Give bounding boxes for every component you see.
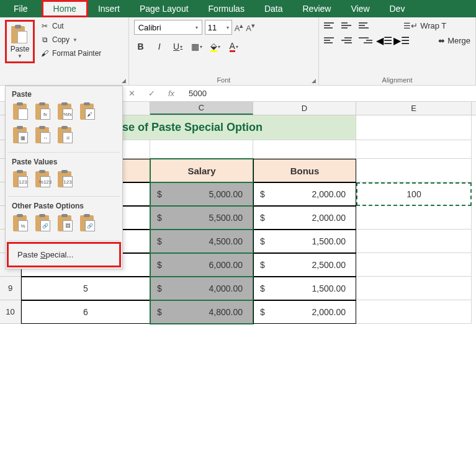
table-row: 106$4,800.00$2,000.00 xyxy=(0,300,476,324)
copied-cell[interactable]: 100 xyxy=(356,182,472,206)
chevron-down-icon[interactable]: ▼ xyxy=(17,53,22,59)
font-group-label: Font xyxy=(134,75,313,84)
tab-view[interactable]: View xyxy=(341,0,379,17)
paintbrush-icon: 🖌 xyxy=(40,48,50,58)
paste-option-transpose[interactable]: ⤭ xyxy=(56,126,75,146)
chevron-down-icon: ▾ xyxy=(227,25,229,30)
align-left-button[interactable] xyxy=(324,35,338,46)
tab-insert[interactable]: Insert xyxy=(88,0,130,17)
format-painter-button[interactable]: 🖌 Format Painter xyxy=(37,47,104,60)
colheader-e[interactable]: E xyxy=(356,102,472,115)
cell-empty[interactable] xyxy=(356,253,472,277)
cell-salary[interactable]: $4,800.00 xyxy=(150,300,253,324)
rowheader[interactable]: 10 xyxy=(0,300,21,324)
font-size-value: 11 xyxy=(208,23,217,32)
cell-employee-id[interactable]: 6 xyxy=(21,300,150,324)
paste-option-formulas-formatting[interactable]: %fx xyxy=(56,102,75,122)
fx-icon[interactable]: fx xyxy=(161,89,181,98)
merge-button[interactable]: ⬌ Merge xyxy=(438,36,470,45)
paste-formatting-option[interactable]: % xyxy=(12,214,30,234)
font-color-button[interactable]: A▾ xyxy=(227,40,241,53)
paste-menu-heading: Paste xyxy=(6,86,122,101)
tab-page-layout[interactable]: Page Layout xyxy=(130,0,199,17)
paste-option-formulas[interactable]: fx xyxy=(34,102,53,122)
fill-color-button[interactable]: ⬙▾ xyxy=(209,40,222,53)
align-bottom-button[interactable] xyxy=(359,20,372,31)
wrap-label: Wrap T xyxy=(420,21,446,30)
copy-button[interactable]: ⧉ Copy ▼ xyxy=(37,33,104,46)
cell-empty[interactable] xyxy=(356,300,472,324)
cut-button[interactable]: ✂ Cut xyxy=(37,20,104,32)
increase-font-icon[interactable]: A▴ xyxy=(235,22,244,33)
bold-button[interactable]: B xyxy=(134,40,148,53)
decrease-indent-button[interactable]: ◀☰ xyxy=(376,35,390,46)
tab-file[interactable]: File xyxy=(0,0,42,17)
paste-label: Paste xyxy=(11,45,30,53)
paste-picture-option[interactable]: 🖼 xyxy=(56,214,75,234)
cell-empty[interactable] xyxy=(356,230,472,253)
wrap-text-button[interactable]: ☰↵ Wrap T xyxy=(403,21,446,30)
cell-salary[interactable]: $4,000.00 xyxy=(150,277,253,300)
align-middle-button[interactable] xyxy=(341,20,355,31)
rowheader[interactable]: 9 xyxy=(0,277,21,300)
chevron-down-icon: ▾ xyxy=(195,25,198,30)
ribbon-tabs: File Home Insert Page Layout Formulas Da… xyxy=(0,0,476,17)
dialog-launcher-icon[interactable]: ◢ xyxy=(312,78,316,84)
cell-salary[interactable]: $5,500.00 xyxy=(150,206,253,230)
cell-bonus[interactable]: $1,500.00 xyxy=(253,230,356,253)
cell-empty[interactable] xyxy=(356,277,472,300)
font-name-select[interactable]: Calibri ▾ xyxy=(134,20,202,35)
ribbon: Paste ▼ ✂ Cut ⧉ Copy ▼ 🖌 Format Painter xyxy=(0,17,476,86)
header-bonus: Bonus xyxy=(253,159,356,182)
paste-option-no-borders[interactable]: ▦ xyxy=(12,126,30,146)
tab-review[interactable]: Review xyxy=(293,0,341,17)
cell-empty[interactable] xyxy=(356,206,472,230)
increase-indent-button[interactable]: ▶☰ xyxy=(393,35,407,46)
paste-option-column-widths[interactable]: ↔ xyxy=(34,126,53,146)
paste-values-number-formatting[interactable]: %123 xyxy=(34,170,53,190)
cell-bonus[interactable]: $2,000.00 xyxy=(253,182,356,206)
paste-special-menu-item[interactable]: Paste Special... xyxy=(7,242,121,267)
wrap-icon: ☰↵ xyxy=(403,21,418,30)
decrease-font-icon[interactable]: A▾ xyxy=(246,22,255,33)
merge-icon: ⬌ xyxy=(438,36,445,45)
cell-bonus[interactable]: $1,500.00 xyxy=(253,277,356,300)
tab-formulas[interactable]: Formulas xyxy=(199,0,254,17)
cell-bonus[interactable]: $2,000.00 xyxy=(253,206,356,230)
cell-bonus[interactable]: $2,500.00 xyxy=(253,253,356,277)
colheader-d[interactable]: D xyxy=(253,102,356,115)
cancel-formula-icon[interactable]: ✕ xyxy=(122,89,141,98)
font-group: Calibri ▾ 11 ▾ A▴ A▾ B I U▾ ▦▾ ⬙▾ A▾ Fon… xyxy=(129,17,319,85)
paste-values-heading: Paste Values xyxy=(6,154,122,169)
dialog-launcher-icon[interactable]: ◢ xyxy=(122,78,126,84)
tab-data[interactable]: Data xyxy=(254,0,293,17)
paste-option-keep-source[interactable]: 🖌 xyxy=(79,102,97,122)
paste-icon xyxy=(11,25,29,45)
formula-value[interactable]: 5000 xyxy=(181,89,214,98)
cell-employee-id[interactable]: 5 xyxy=(21,277,150,300)
colheader-c[interactable]: C xyxy=(150,102,253,115)
align-center-button[interactable] xyxy=(341,35,355,46)
underline-button[interactable]: U▾ xyxy=(171,40,185,53)
italic-button[interactable]: I xyxy=(153,40,166,53)
paste-values-option[interactable]: 123 xyxy=(12,170,30,190)
paste-link-option[interactable]: 🔗 xyxy=(34,214,53,234)
align-top-button[interactable] xyxy=(324,20,338,31)
format-painter-label: Format Painter xyxy=(52,49,101,58)
tab-home[interactable]: Home xyxy=(42,0,88,17)
cell-salary[interactable]: $4,500.00 xyxy=(150,230,253,253)
font-name-value: Calibri xyxy=(138,23,161,32)
tab-developer[interactable]: Dev xyxy=(380,0,415,17)
borders-button[interactable]: ▦▾ xyxy=(190,40,204,53)
cell-salary[interactable]: $6,000.00 xyxy=(150,253,253,277)
enter-formula-icon[interactable]: ✓ xyxy=(141,89,161,98)
align-right-button[interactable] xyxy=(359,35,372,46)
paste-values-source-formatting[interactable]: 123 xyxy=(56,170,75,190)
paste-linked-picture-option[interactable]: 🔗 xyxy=(79,214,97,234)
alignment-group: ☰↵ Wrap T ◀☰ ▶☰ ⬌ Merge Alignment xyxy=(319,17,476,85)
font-size-select[interactable]: 11 ▾ xyxy=(205,20,232,35)
cell-salary[interactable]: $5,000.00 xyxy=(150,182,253,206)
cell-bonus[interactable]: $2,000.00 xyxy=(253,300,356,324)
paste-option-all[interactable] xyxy=(12,102,30,122)
paste-button[interactable]: Paste ▼ xyxy=(5,20,35,63)
